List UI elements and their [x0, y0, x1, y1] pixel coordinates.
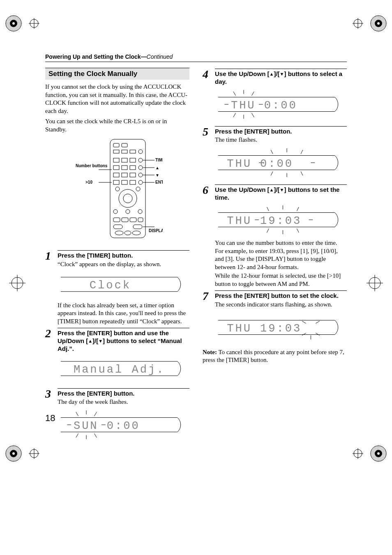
subsection-heading: Setting the Clock Manually	[45, 68, 189, 80]
step-heading: Press the [ENTER] button and use the Up/…	[58, 329, 189, 352]
svg-point-53	[119, 189, 137, 207]
svg-line-116	[302, 333, 306, 335]
svg-line-81	[76, 433, 78, 438]
svg-line-105	[267, 207, 269, 211]
lcd-display: Manual Adj.	[58, 357, 189, 382]
svg-point-51	[138, 173, 143, 177]
svg-rect-33	[113, 150, 119, 153]
note-text: To cancel this procedure at any point be…	[203, 349, 344, 364]
svg-rect-63	[138, 218, 143, 222]
svg-line-99	[271, 171, 273, 175]
svg-line-78	[76, 412, 78, 416]
svg-text:THU   0:00: THU 0:00	[231, 99, 297, 111]
svg-line-107	[297, 207, 299, 211]
svg-text:Clock: Clock	[90, 279, 131, 292]
chapter-title: Powering Up and Setting the Clock—	[45, 53, 147, 60]
svg-rect-64	[113, 225, 122, 229]
svg-rect-65	[133, 225, 142, 229]
svg-point-56	[136, 187, 140, 191]
svg-rect-62	[130, 218, 136, 222]
svg-rect-48	[130, 180, 136, 184]
step-text: You can use the number buttons to enter …	[215, 239, 347, 271]
step-heading: Use the Up/Down [▲]/[▼] buttons to selec…	[215, 70, 347, 86]
svg-text:THU 19:03: THU 19:03	[227, 322, 302, 334]
svg-line-83	[94, 433, 97, 438]
step-2: 2 Press the [ENTER] button and use the U…	[45, 328, 189, 386]
step-heading: Press the [TIMER] button.	[58, 252, 189, 260]
svg-point-54	[123, 194, 132, 203]
svg-point-66	[115, 231, 123, 235]
step-number: 1	[45, 250, 55, 325]
lcd-display: Clock	[58, 272, 189, 298]
svg-rect-42	[130, 166, 136, 170]
svg-point-67	[125, 231, 131, 235]
down-triangle-icon: ▼	[98, 339, 103, 343]
down-triangle-icon: ▼	[280, 71, 284, 76]
svg-rect-44	[122, 173, 127, 177]
svg-point-55	[115, 187, 120, 191]
svg-line-92	[251, 113, 254, 117]
svg-rect-45	[130, 173, 136, 177]
svg-text:Manual Adj.: Manual Adj.	[74, 363, 165, 376]
lcd-display: SUN 0:00	[58, 410, 189, 441]
svg-rect-31	[113, 143, 119, 147]
svg-point-49	[138, 158, 143, 162]
svg-rect-43	[113, 173, 119, 177]
step-text: If the clock has already been set, a tim…	[58, 302, 189, 326]
step-6: 6 Use the Up/Down [▲]/[▼] buttons to set…	[203, 184, 347, 288]
svg-rect-34	[122, 150, 127, 153]
svg-line-114	[302, 321, 306, 323]
svg-line-108	[267, 229, 269, 233]
up-triangle-icon: ▲	[270, 187, 274, 192]
page-number: 18	[45, 413, 55, 424]
svg-rect-61	[122, 218, 128, 222]
remote-label-gt10: >10	[85, 180, 92, 184]
svg-point-50	[138, 166, 143, 170]
svg-line-96	[271, 150, 273, 154]
step-number: 2	[45, 328, 55, 386]
svg-rect-39	[130, 158, 136, 162]
intro-paragraph: You can set the clock while the CR-L5 is…	[45, 117, 189, 134]
step-heading: Use the Up/Down [▲]/[▼] buttons to set t…	[215, 186, 347, 202]
step-number: 5	[203, 126, 212, 182]
svg-rect-41	[122, 166, 127, 170]
step-heading: Press the [ENTER] button to set the cloc…	[215, 292, 347, 300]
note-paragraph: Note: To cancel this procedure at any po…	[203, 348, 347, 364]
step-number: 4	[203, 69, 212, 124]
lcd-display: THU 19:03	[215, 313, 347, 343]
down-triangle-icon: ▼	[280, 187, 284, 192]
step-number: 6	[203, 184, 212, 288]
svg-point-57	[113, 210, 118, 214]
svg-text:THU   0:00: THU 0:00	[227, 157, 293, 170]
svg-rect-32	[122, 143, 127, 147]
svg-line-98	[301, 150, 303, 154]
remote-label-display: DISPLAY	[149, 228, 163, 233]
note-label: Note:	[203, 349, 217, 355]
chapter-header: Powering Up and Setting the Clock—Contin…	[45, 53, 347, 62]
step-number: 7	[203, 290, 212, 346]
svg-line-80	[94, 412, 97, 416]
step-5: 5 Press the [ENTER] button. The time fla…	[203, 126, 347, 182]
remote-diagram: Number buttons >10 TIMER ▲ ▼ ENTER	[72, 138, 163, 244]
step-text: The day of the week flashes.	[58, 398, 189, 406]
intro-paragraph: If you cannot set the clock by using the…	[45, 83, 189, 115]
step-1: 1 Press the [TIMER] button. “Clock” appe…	[45, 250, 189, 325]
svg-line-87	[233, 91, 236, 95]
svg-line-90	[233, 113, 236, 117]
step-text: “Clock” appears on the display, as shown…	[58, 260, 189, 269]
svg-text:SUN   0:00: SUN 0:00	[74, 419, 140, 432]
step-text: While the 12-hour format is selected, us…	[215, 272, 347, 288]
step-3: 3 Press the [ENTER] button. The day of t…	[45, 388, 189, 444]
svg-point-36	[138, 150, 143, 154]
svg-line-117	[316, 333, 320, 335]
step-text: The seconds indicator starts flashing, a…	[215, 301, 347, 309]
continued-label: Continued	[147, 53, 173, 60]
step-4: 4 Use the Up/Down [▲]/[▼] buttons to sel…	[203, 69, 347, 124]
remote-label-up: ▲	[155, 166, 159, 170]
svg-line-101	[301, 171, 303, 175]
remote-label-number: Number buttons	[76, 164, 108, 168]
svg-rect-35	[130, 150, 136, 153]
svg-line-89	[251, 91, 254, 95]
svg-text:THU 19:03: THU 19:03	[227, 214, 302, 227]
up-triangle-icon: ▲	[270, 71, 274, 76]
